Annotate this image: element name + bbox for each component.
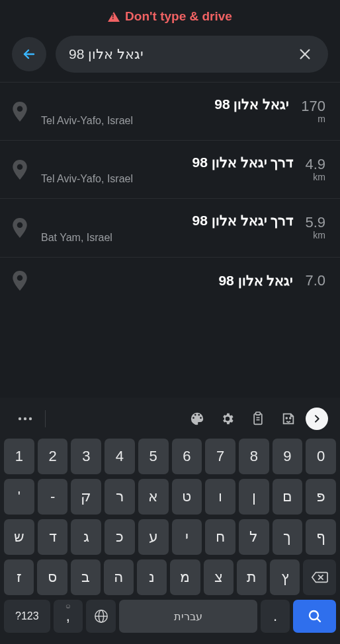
result-item[interactable]: דרך יגאל אלון 98 Tel Aviv-Yafo, Israel 4… [0,141,340,198]
results-list: יגאל אלון 98 Tel Aviv-Yafo, Israel 170 m… [0,83,340,398]
key-shin[interactable]: ש [4,519,34,555]
key-symbols[interactable]: ?123 [4,600,50,633]
warning-bar: Don't type & drive [0,0,340,30]
result-item[interactable]: יגאל אלון 98 7.0 [0,258,340,295]
svg-point-8 [24,417,26,420]
pin-icon [11,218,29,238]
back-button[interactable] [12,37,46,71]
key-kaf-sofit[interactable]: ך [273,519,303,555]
warning-icon [108,12,120,22]
key-kaf[interactable]: כ [105,519,135,555]
svg-rect-11 [256,412,261,415]
key-samekh[interactable]: ס [37,559,67,595]
comma-label: , [66,608,70,625]
result-distance: 5.9 km [305,215,325,240]
result-title: דרך יגאל אלון 98 [41,154,293,170]
result-title: דרך יגאל אלון 98 [41,212,293,229]
key-vav[interactable]: ו [205,479,235,515]
svg-point-6 [17,275,23,281]
key-yod[interactable]: י [172,519,202,555]
warning-text: Don't type & drive [125,9,232,24]
search-field[interactable] [56,36,328,73]
distance-value: 170 [301,99,325,114]
key-pe[interactable]: פ [306,479,336,515]
key-qof[interactable]: ק [71,479,101,515]
key-tet[interactable]: ט [172,479,202,515]
key-period[interactable]: . [261,600,290,633]
keyboard-row-bottom: ?123 ☺, עברית . [4,600,336,633]
key-7[interactable]: 7 [205,439,235,474]
key-ayin[interactable]: ע [138,519,169,555]
keyboard-row-numbers: 1 2 3 4 5 6 7 8 9 0 [4,439,336,474]
key-9[interactable]: 9 [273,439,303,474]
key-he[interactable]: ה [104,559,134,595]
result-body: דרך יגאל אלון 98 Bat Yam, Israel [41,212,293,243]
svg-line-22 [317,618,320,622]
key-tsadi[interactable]: צ [204,559,234,595]
key-dash[interactable]: - [38,479,68,515]
separator [45,410,46,427]
key-1[interactable]: 1 [4,439,34,474]
key-2[interactable]: 2 [38,439,68,474]
keyboard: 1 2 3 4 5 6 7 8 9 0 ' - ק ר א ט ו ן ם פ … [0,398,340,644]
arrow-left-icon [21,46,37,62]
chevron-right-icon [312,413,322,424]
backspace-icon [311,571,328,584]
palette-icon[interactable] [184,406,210,432]
key-apostrophe[interactable]: ' [4,479,34,515]
key-nun-sofit[interactable]: ן [239,479,269,515]
more-icon[interactable] [12,406,38,432]
pin-icon [11,102,29,122]
result-distance: 4.9 km [305,157,325,182]
app-root: Don't type & drive יגאל אלון 98 Tel Aviv… [0,0,340,644]
key-dalet[interactable]: ד [38,519,68,555]
search-row [0,30,340,82]
pin-icon [11,271,29,291]
result-item[interactable]: יגאל אלון 98 Tel Aviv-Yafo, Israel 170 m [0,83,340,140]
key-zayin[interactable]: ז [4,559,34,595]
key-nun[interactable]: נ [137,559,167,595]
result-distance: 7.0 [305,273,325,288]
toolbar-next-button[interactable] [306,408,328,430]
key-het[interactable]: ח [205,519,235,555]
key-tav[interactable]: ת [237,559,267,595]
distance-value: 5.9 [305,215,325,230]
result-distance: 170 m [301,99,325,124]
distance-unit: km [305,172,325,182]
key-tsadi-sofit[interactable]: ץ [270,559,300,595]
key-resh[interactable]: ר [105,479,135,515]
key-lamed[interactable]: ל [239,519,269,555]
distance-unit: m [301,114,325,124]
key-pe-sofit[interactable]: ף [306,519,336,555]
search-input[interactable] [69,46,295,62]
key-mem-sofit[interactable]: ם [273,479,303,515]
key-6[interactable]: 6 [172,439,202,474]
distance-unit: km [305,230,325,240]
close-icon [298,47,312,61]
keyboard-toolbar [4,402,336,439]
key-space[interactable]: עברית [119,600,257,633]
key-backspace[interactable] [303,559,336,595]
sticker-icon[interactable] [275,406,302,432]
key-search[interactable] [293,600,336,633]
key-mem[interactable]: מ [170,559,200,595]
key-4[interactable]: 4 [105,439,135,474]
key-bet[interactable]: ב [71,559,101,595]
result-body: יגאל אלון 98 Tel Aviv-Yafo, Israel [41,96,289,127]
key-language[interactable] [86,600,116,633]
key-8[interactable]: 8 [239,439,269,474]
key-0[interactable]: 0 [306,439,336,474]
key-gimel[interactable]: ג [71,519,101,555]
gear-icon[interactable] [214,406,241,432]
svg-point-14 [286,417,287,419]
svg-point-9 [29,417,32,420]
clipboard-icon[interactable] [245,406,271,432]
key-5[interactable]: 5 [138,439,169,474]
key-3[interactable]: 3 [71,439,101,474]
svg-point-5 [17,222,23,228]
result-item[interactable]: דרך יגאל אלון 98 Bat Yam, Israel 5.9 km [0,199,340,256]
result-subtitle: Tel Aviv-Yafo, Israel [41,173,293,185]
key-alef[interactable]: א [138,479,169,515]
key-comma[interactable]: ☺, [54,600,83,633]
clear-button[interactable] [295,44,315,64]
